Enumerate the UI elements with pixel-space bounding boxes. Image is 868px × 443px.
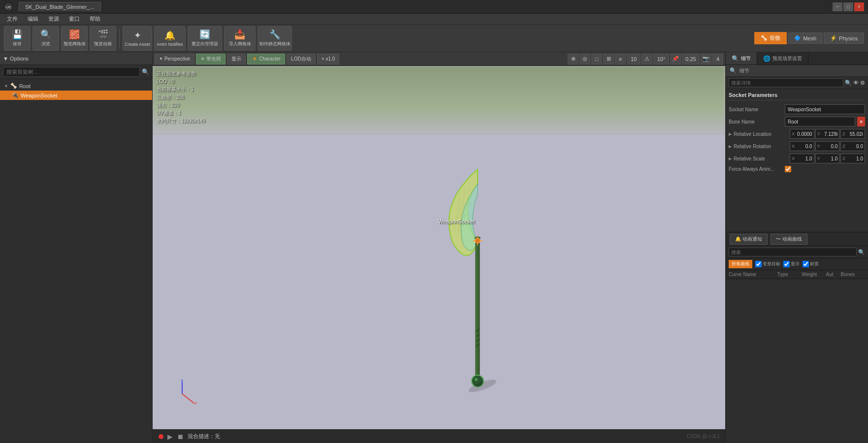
preview-anim-button[interactable]: 🎬 预览动画 bbox=[90, 26, 116, 51]
curve-filter-row: 所有曲线 变形目标 显示 材质 bbox=[726, 258, 868, 270]
browse-button[interactable]: 🔍 浏览 bbox=[32, 26, 59, 51]
num-btn[interactable]: 4 bbox=[712, 54, 723, 64]
options-dropdown[interactable]: ▼ Options bbox=[3, 56, 29, 62]
scale-x-field[interactable]: X 1.0 bbox=[790, 154, 814, 163]
browse-label: 浏览 bbox=[41, 41, 50, 47]
menu-edit[interactable]: 编辑 bbox=[24, 14, 42, 24]
curve-type-header: Type bbox=[777, 272, 802, 277]
snap-btn[interactable]: 0.25 bbox=[682, 54, 700, 64]
viewport-status: ▶ ⏹ 混合描述：无 CSDN @小瓜J bbox=[153, 429, 725, 443]
force-always-anim-checkbox[interactable] bbox=[785, 166, 791, 172]
morph-target-checkbox[interactable] bbox=[755, 261, 762, 267]
display-checkbox[interactable] bbox=[783, 261, 790, 267]
menu-help[interactable]: 帮助 bbox=[86, 14, 104, 24]
material-checkbox[interactable] bbox=[803, 261, 809, 267]
anim-notify-tab[interactable]: 🔔 动画通知 bbox=[730, 234, 768, 245]
viewport-info: 正在预览参考姿势 LOD：0 当前屏幕大小：1 三角形：256 顶点：220 U… bbox=[157, 70, 205, 125]
close-button[interactable]: × bbox=[854, 2, 864, 11]
rotation-y-field[interactable]: Y 0.0 bbox=[815, 141, 840, 151]
minimize-button[interactable]: ─ bbox=[833, 2, 842, 11]
scale-y-field[interactable]: Y 1.0 bbox=[815, 154, 840, 163]
tab-preview-settings[interactable]: 🌐 预览场景设置 bbox=[757, 52, 808, 64]
details-settings-icon[interactable]: ⚙ bbox=[860, 80, 865, 86]
tree-item-root[interactable]: ▼ 🦴 Root bbox=[0, 81, 152, 91]
root-label: Root bbox=[19, 83, 31, 89]
menu-asset[interactable]: 资源 bbox=[44, 14, 63, 24]
lod-button[interactable]: LOD自动 bbox=[287, 54, 316, 64]
search-input[interactable] bbox=[3, 67, 140, 77]
menu-window[interactable]: 窗口 bbox=[65, 14, 84, 24]
morph-target-label: 变形目标 bbox=[763, 261, 780, 267]
retarget-manager-button[interactable]: 🔄 重定向管理器 bbox=[188, 26, 222, 51]
maximize-button[interactable]: □ bbox=[843, 2, 853, 11]
view-mode-btn[interactable]: ≡ bbox=[615, 54, 626, 64]
play-button[interactable]: ▶ bbox=[167, 433, 173, 441]
viewport[interactable]: 正在预览参考姿势 LOD：0 当前屏幕大小：1 三角形：256 顶点：220 U… bbox=[153, 66, 725, 429]
scale-btn[interactable]: □ bbox=[591, 54, 602, 64]
preview-mesh-button[interactable]: 🧱 预览网格体 bbox=[61, 26, 88, 51]
anim-curve-tab[interactable]: 〜 动画曲线 bbox=[771, 234, 807, 245]
lighting-button[interactable]: ☀ 带光照 bbox=[196, 54, 225, 64]
rotation-x-value: 0.0 bbox=[805, 144, 812, 149]
socket-name-value[interactable]: WeaponSocket bbox=[785, 104, 865, 114]
bone-name-clear-button[interactable]: ✕ bbox=[857, 117, 865, 127]
character-button[interactable]: 🧍 Character bbox=[247, 54, 285, 64]
details-header: 🔍 细节 bbox=[726, 65, 868, 77]
save-button[interactable]: 💾 保存 bbox=[4, 26, 31, 51]
location-z-field[interactable]: Z 55.02i bbox=[840, 129, 865, 139]
details-search-input[interactable] bbox=[729, 78, 843, 87]
transform-btn[interactable]: ⊕ bbox=[568, 54, 579, 64]
tab-mesh[interactable]: 🔷 Mesh bbox=[788, 32, 823, 44]
pin-btn[interactable]: 📌 bbox=[670, 54, 681, 64]
preview-anim-label: 预览动画 bbox=[94, 41, 112, 47]
socket-icon: 🔌 bbox=[12, 92, 19, 98]
grid-size-btn[interactable]: 10 bbox=[627, 54, 641, 64]
rotate-btn[interactable]: ◎ bbox=[579, 54, 590, 64]
curve-search-input[interactable] bbox=[729, 248, 857, 256]
warn-btn[interactable]: ⚠ bbox=[642, 54, 652, 64]
bell-icon: 🔔 bbox=[735, 236, 741, 242]
bone-name-value[interactable]: Root bbox=[785, 117, 855, 127]
location-expand[interactable]: ▶ bbox=[729, 132, 732, 136]
main-content: ▼ Options 🔍 ▼ 🦴 Root 🔌 WeaponSocket ▼ Pe… bbox=[0, 52, 868, 443]
rotation-x-field[interactable]: X 0.0 bbox=[790, 141, 814, 151]
details-title: 细节 bbox=[739, 67, 749, 74]
tab-details[interactable]: 🔍 细节 bbox=[726, 52, 757, 64]
lod-label: LOD自动 bbox=[291, 56, 311, 63]
search-icon[interactable]: 🔍 bbox=[142, 68, 149, 75]
location-x-field[interactable]: X 0.0000 bbox=[790, 129, 814, 139]
location-y-value: 7.129i bbox=[824, 131, 837, 137]
rotation-z-field[interactable]: Z 0.0 bbox=[840, 141, 865, 151]
perspective-label: Perspective bbox=[164, 56, 190, 62]
anim-curve-label: 动画曲线 bbox=[782, 236, 802, 242]
details-eye-icon[interactable]: 👁 bbox=[853, 80, 859, 86]
import-mesh-button[interactable]: 📥 导入网格体 bbox=[224, 26, 256, 51]
location-y-field[interactable]: Y 7.129i bbox=[815, 129, 840, 139]
scale-z-field[interactable]: Z 1.0 bbox=[840, 154, 865, 163]
create-asset-button[interactable]: ✦ Create Asset bbox=[123, 26, 152, 51]
tab-skeleton[interactable]: 🦴 骨骼 bbox=[754, 32, 787, 44]
document-tab[interactable]: SK_Dual_Blade_Glimmer_... bbox=[19, 2, 101, 11]
details-search-icon: 🔍 bbox=[845, 80, 852, 86]
socket-name-label: Socket Name bbox=[729, 107, 783, 112]
stop-button[interactable]: ⏹ bbox=[177, 433, 184, 441]
show-button[interactable]: 显示 bbox=[227, 54, 246, 64]
angle-btn[interactable]: 10° bbox=[653, 54, 669, 64]
scale-expand[interactable]: ▶ bbox=[729, 157, 732, 161]
scale-x-value: 1.0 bbox=[805, 156, 812, 161]
svg-text:UE: UE bbox=[5, 5, 11, 9]
anim-notifies-button[interactable]: 🔔 Anim Notifies bbox=[154, 26, 186, 51]
scale-button[interactable]: × x1.0 bbox=[317, 54, 340, 64]
rotation-expand[interactable]: ▶ bbox=[729, 144, 732, 149]
tree-item-weapon-socket[interactable]: 🔌 WeaponSocket bbox=[0, 91, 152, 100]
socket-name-row: Socket Name WeaponSocket bbox=[729, 104, 865, 114]
all-curves-button[interactable]: 所有曲线 bbox=[729, 260, 752, 268]
menu-file[interactable]: 文件 bbox=[3, 14, 22, 24]
root-bone-icon: 🦴 bbox=[10, 83, 17, 89]
weapon-socket-tree-label: WeaponSocket bbox=[21, 93, 57, 98]
camera-btn[interactable]: 📷 bbox=[701, 54, 711, 64]
perspective-button[interactable]: ▼ Perspective bbox=[155, 54, 194, 64]
tab-physics[interactable]: ⚡ Physics bbox=[824, 32, 864, 44]
make-static-button[interactable]: 🔧 制作静态网格体 bbox=[257, 26, 292, 51]
grid-btn[interactable]: ⊞ bbox=[603, 54, 614, 64]
